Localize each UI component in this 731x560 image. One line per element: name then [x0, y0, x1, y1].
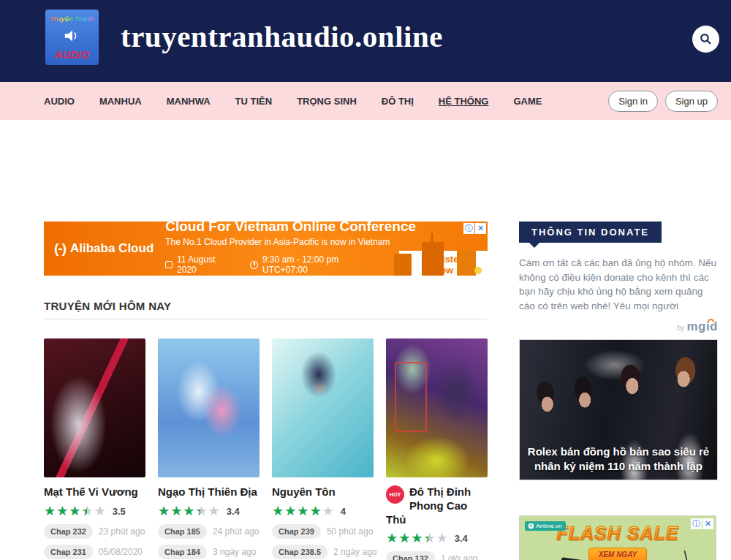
nav-item-manhwa[interactable]: MANHWA — [167, 96, 211, 107]
star-rating-icons: ★★★★★★★★★★ — [44, 504, 107, 518]
chapter-chip[interactable]: Chap 132 — [386, 551, 435, 560]
alibaba-logo-icon: (-) — [54, 241, 66, 257]
chapter-chip[interactable]: Chap 238.5 — [272, 545, 327, 559]
page-title: truyentranhaudio.online — [121, 19, 443, 54]
logo-text: Truyện Tranh — [50, 15, 94, 23]
comic-cover[interactable] — [44, 338, 145, 477]
comic-title[interactable]: Mạt Thế Vi Vương — [44, 485, 145, 499]
native-ad-image[interactable]: Rolex bán đồng hồ bản sao siêu rẻ nhân k… — [519, 339, 718, 480]
nav-item-do-thi[interactable]: ĐÔ THỊ — [382, 96, 414, 107]
mgid-attribution[interactable]: by mgid — [519, 319, 718, 334]
nav-item-trong-sinh[interactable]: TRỌNG SINH — [297, 96, 357, 107]
nav-item-he-thong[interactable]: HỆ THỐNG — [439, 96, 489, 107]
chapter-time: 23 phút ago — [99, 526, 145, 537]
ad-choice-controls: ⓘ ✕ — [463, 223, 486, 234]
chapter-chip[interactable]: Chap 232 — [44, 524, 93, 539]
sign-up-button[interactable]: Sign up — [665, 91, 718, 112]
ad-date: 11 August 2020 — [177, 254, 235, 275]
advertiser-badge: A Airtime.vn — [525, 521, 566, 531]
comic-card: Ngạo Thị Thiên Địa ★★★★★★★★★★ 3.4 Chap 1… — [158, 338, 260, 560]
chapter-row: Chap 185 24 phút ago — [158, 524, 260, 539]
star-rating-icons: ★★★★★★★★★★ — [158, 504, 221, 518]
sidebar: THÔNG TIN DONATE Cám ơn tất cả các bạn đ… — [519, 120, 718, 560]
nav-item-manhua[interactable]: MANHUA — [99, 96, 142, 107]
phone-image — [557, 557, 583, 560]
alibaba-banner-ad[interactable]: (-) Alibaba Cloud Cloud For Vietnam Onli… — [44, 222, 488, 276]
chapter-row: Chap 239 50 phút ago — [272, 524, 374, 539]
chapter-chip[interactable]: Chap 184 — [158, 545, 207, 559]
hot-badge: HOT — [386, 485, 404, 504]
star-rating-icons: ★★★★★★★★★★ — [386, 531, 449, 545]
comic-title[interactable]: Ngạo Thị Thiên Địa — [158, 485, 260, 499]
mgid-logo: mgid — [686, 319, 718, 333]
auth-buttons: Sign in Sign up — [608, 91, 718, 112]
rating-row: ★★★★★★★★★★ 3.4 — [386, 531, 488, 545]
chapter-time: 3 ngày ago — [213, 547, 256, 557]
ad-info-icon[interactable]: ⓘ — [463, 223, 474, 234]
comic-card: HOT Đô Thị Đỉnh Phong Cao Thủ ★★★★★★★★★★… — [386, 338, 488, 560]
comic-title[interactable]: Nguyên Tôn — [272, 485, 374, 499]
donate-heading: THÔNG TIN DONATE — [519, 222, 662, 243]
xem-ngay-button[interactable]: XEM NGAY — [588, 548, 647, 560]
ad-info-icon[interactable]: ⓘ — [691, 518, 702, 529]
search-button[interactable] — [692, 26, 719, 53]
rating-value: 4 — [341, 506, 346, 517]
city-illustration — [393, 233, 479, 276]
chapter-chip[interactable]: Chap 239 — [272, 524, 321, 539]
tree-icon — [474, 267, 482, 274]
alibaba-cloud-logo: (-) Alibaba Cloud — [44, 241, 162, 257]
mgid-by-label: by — [677, 324, 685, 332]
chapter-row: Chap 231 05/08/2020 — [44, 545, 145, 559]
ad-close-icon[interactable]: ✕ — [475, 223, 486, 234]
chapter-chip[interactable]: Chap 185 — [158, 524, 207, 539]
comic-cover[interactable] — [272, 338, 374, 477]
content-area: (-) Alibaba Cloud Cloud For Vietnam Onli… — [0, 120, 731, 560]
chapter-time: 1 giờ ago — [441, 553, 478, 560]
comic-card: Nguyên Tôn ★★★★★★★★★★ 4 Chap 239 50 phút… — [272, 338, 374, 560]
comic-card: Mạt Thế Vi Vương ★★★★★★★★★★ 3.5 Chap 232… — [44, 338, 145, 560]
chapter-row: Chap 132 1 giờ ago — [386, 551, 488, 560]
search-icon — [699, 32, 713, 46]
advertiser-mark-icon: A — [529, 523, 534, 529]
chapter-time: 05/08/2020 — [99, 547, 143, 557]
main-column: (-) Alibaba Cloud Cloud For Vietnam Onli… — [44, 120, 488, 560]
rating-value: 3.5 — [113, 506, 126, 517]
rating-value: 3.4 — [455, 533, 468, 544]
star-rating-icons: ★★★★★★★★★★ — [272, 504, 335, 518]
chapter-time: 2 ngày ago — [333, 547, 376, 557]
rating-row: ★★★★★★★★★★ 3.4 — [158, 504, 260, 518]
site-header: Truyện Tranh AUDIO truyentranhaudio.onli… — [0, 0, 731, 82]
site-logo[interactable]: Truyện Tranh AUDIO — [45, 10, 99, 65]
section-title: TRUYỆN MỚI HÔM NAY — [44, 300, 488, 312]
alibaba-brand-name: Alibaba Cloud — [70, 241, 154, 256]
ad-time: 9:30 am - 12:00 pm UTC+07:00 — [262, 254, 383, 275]
logo-audio-label: AUDIO — [55, 49, 90, 61]
chapter-row: Chap 238.5 2 ngày ago — [272, 545, 374, 559]
nav-item-game[interactable]: GAME — [513, 96, 542, 107]
chapter-time: 24 phút ago — [213, 526, 259, 537]
mgid-arc-icon — [708, 319, 714, 322]
donate-text: Cám ơn tất cả các bạn đã ủng hộ nhóm. Nế… — [519, 256, 718, 313]
ad-close-icon[interactable]: ✕ — [702, 518, 713, 529]
rating-value: 3.4 — [227, 506, 240, 517]
speaker-icon — [64, 29, 81, 43]
flash-sale-ad[interactable]: A Airtime.vn FLASH SALE XEM NGAY ⓘ ✕ — [519, 515, 716, 560]
rating-row: ★★★★★★★★★★ 4 — [272, 504, 374, 518]
sign-in-button[interactable]: Sign in — [608, 91, 658, 112]
section-divider — [44, 319, 488, 319]
chapter-row: Chap 232 23 phút ago — [44, 524, 145, 539]
chapter-time: 50 phút ago — [327, 526, 373, 537]
comic-cover[interactable] — [158, 338, 260, 477]
nav-item-audio[interactable]: AUDIO — [44, 96, 75, 107]
native-ad-caption: Rolex bán đồng hồ bản sao siêu rẻ nhân k… — [526, 444, 711, 473]
advertiser-name: Airtime.vn — [536, 523, 562, 529]
chapter-row: Chap 184 3 ngày ago — [158, 545, 260, 559]
chapter-chip[interactable]: Chap 231 — [44, 545, 93, 559]
nav-item-tu-tien[interactable]: TU TIÊN — [235, 96, 273, 107]
comic-cover[interactable] — [386, 338, 488, 477]
main-nav: AUDIO MANHUA MANHWA TU TIÊN TRỌNG SINH Đ… — [0, 82, 731, 120]
comic-title[interactable]: HOT Đô Thị Đỉnh Phong Cao Thủ — [386, 485, 488, 526]
ad-choice-controls: ⓘ ✕ — [691, 518, 713, 529]
comic-card-grid: Mạt Thế Vi Vương ★★★★★★★★★★ 3.5 Chap 232… — [44, 338, 488, 560]
rating-row: ★★★★★★★★★★ 3.5 — [44, 504, 145, 518]
